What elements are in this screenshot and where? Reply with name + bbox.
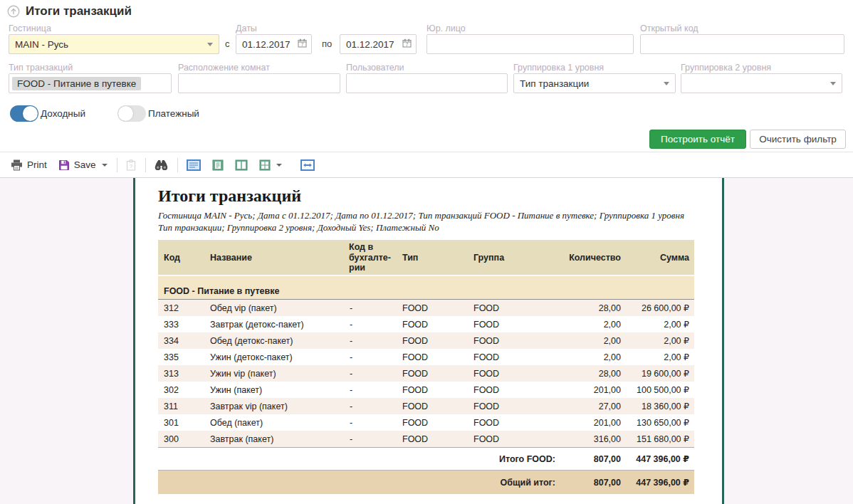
view-single-page-icon [212, 159, 224, 171]
svg-text:?: ? [129, 163, 132, 169]
view-multiple-pages-icon [259, 159, 271, 171]
calendar-icon[interactable]: 7 [402, 38, 412, 50]
grouping2-label: Группировка 2 уровня [681, 63, 771, 73]
legal-entity-input[interactable] [426, 34, 634, 54]
transaction-type-input[interactable]: FOOD - Питание в путевке [9, 73, 172, 93]
report-table-body: 312Обед vip (пакет)-FOODFOOD28,0026 600,… [158, 300, 694, 448]
table-row: 335Ужин (детокс-пакет)-FOODFOOD2,002,00 … [158, 349, 694, 365]
date-to-prefix: по [322, 34, 332, 54]
column-header-sum: Сумма [625, 240, 694, 275]
open-code-input[interactable] [640, 34, 844, 54]
find-button[interactable] [151, 157, 172, 173]
income-toggle[interactable] [10, 105, 38, 122]
date-to-input[interactable]: 01.12.2017 7 [340, 34, 417, 54]
chevron-down-icon [207, 43, 213, 46]
column-header-accounting-code: Код в бухгалте-рии [345, 240, 394, 275]
view-continuous-button[interactable] [183, 157, 204, 173]
collapse-panel-button[interactable] [7, 5, 20, 18]
grouping1-label: Группировка 1 уровня [513, 63, 604, 73]
table-row: 311Завтрак vip (пакет)-FOODFOOD27,0018 3… [158, 398, 694, 414]
view-facing-pages-icon [235, 159, 248, 171]
table-row: 300Завтрак (пакет)-FOODFOOD316,00151 680… [158, 431, 694, 448]
open-code-label: Открытый код [640, 23, 698, 33]
chevron-down-icon [102, 164, 108, 167]
page-width-button[interactable] [297, 157, 318, 173]
payment-toggle[interactable] [117, 105, 146, 122]
clear-filter-button[interactable]: Очистить фильтр [750, 130, 846, 149]
paste-button[interactable]: ? [122, 157, 140, 173]
date-from-prefix: с [225, 34, 230, 54]
group-header-row: FOOD - Питание в путевке [158, 275, 694, 300]
filter-panel: Гостиница MAIN - Русь Даты с 01.12.2017 … [0, 23, 853, 152]
calendar-icon[interactable]: 7 [298, 38, 307, 50]
print-label: Print [27, 159, 47, 170]
date-to-value: 01.12.2017 [346, 39, 394, 50]
column-header-name: Название [206, 240, 345, 275]
payment-toggle-group: Платежный [117, 105, 199, 122]
svg-text:7: 7 [406, 42, 409, 47]
find-icon [155, 159, 168, 171]
grouping2-select[interactable] [681, 73, 842, 93]
subtotal-quantity: 807,00 [561, 448, 625, 471]
page-header: Итоги транзакций [0, 0, 853, 23]
grand-total-quantity: 807,00 [561, 471, 625, 495]
legal-entity-label: Юр. лицо [426, 23, 466, 33]
chevron-down-icon [830, 82, 836, 85]
grand-total-sum: 447 396,00 ₽ [625, 471, 694, 495]
chevron-down-icon [664, 82, 669, 85]
table-row: 312Обед vip (пакет)-FOODFOOD28,0026 600,… [158, 300, 694, 317]
view-facing-pages-button[interactable] [231, 157, 251, 173]
toggle-knob [118, 106, 133, 121]
report-viewer: Итоги транзакций Гостиница MAIN - Русь; … [0, 178, 853, 504]
income-toggle-group: Доходный [10, 105, 85, 122]
income-toggle-label: Доходный [41, 108, 85, 119]
transaction-type-chip[interactable]: FOOD - Питание в путевке [12, 77, 141, 90]
table-header-row: Код Название Код в бухгалте-рии Тип Груп… [158, 240, 694, 275]
table-row: 301Обед (пакет)-FOODFOOD201,00130 650,00… [158, 414, 694, 431]
column-header-group: Группа [469, 240, 561, 275]
report-toolbar: Print Save ? [0, 152, 853, 178]
column-header-type: Тип [394, 240, 469, 275]
toggle-knob [23, 106, 38, 121]
view-multiple-pages-button[interactable] [256, 157, 286, 173]
grand-total-row: Общий итог: 807,00 447 396,00 ₽ [158, 471, 694, 495]
dates-label: Даты [236, 23, 257, 33]
save-icon [58, 159, 70, 171]
group-header-label: FOOD - Питание в путевке [158, 275, 694, 300]
subtotal-label: Итого FOOD: [158, 448, 561, 471]
users-label: Пользователи [346, 63, 404, 73]
payment-toggle-label: Платежный [148, 108, 199, 119]
transaction-type-label: Тип транзакций [9, 63, 73, 73]
users-input[interactable] [346, 73, 508, 93]
room-location-input[interactable] [178, 73, 340, 93]
table-row: 302Ужин (пакет)-FOODFOOD201,00100 500,00… [158, 382, 694, 398]
report-table: Код Название Код в бухгалте-рии Тип Груп… [158, 240, 694, 494]
date-from-input[interactable]: 01.12.2017 7 [236, 34, 312, 54]
toolbar-separator [117, 158, 117, 172]
hotel-label: Гостиница [9, 23, 51, 33]
subtotal-row: Итого FOOD: 807,00 447 396,00 ₽ [158, 448, 694, 471]
grand-total-label: Общий итог: [158, 471, 561, 495]
save-label: Save [74, 159, 96, 170]
transactions-report-app: Итоги транзакций Гостиница MAIN - Русь Д… [0, 0, 853, 504]
report-title: Итоги транзакций [158, 187, 722, 206]
chevron-down-icon [276, 164, 282, 167]
page-width-icon [300, 159, 315, 171]
toolbar-separator [145, 158, 146, 172]
toolbar-separator [177, 158, 178, 172]
page-title: Итоги транзакций [26, 4, 132, 19]
arrow-up-circle-icon [7, 5, 20, 18]
printer-icon [11, 159, 23, 171]
build-report-button[interactable]: Построить отчёт [649, 130, 746, 149]
subtotal-sum: 447 396,00 ₽ [625, 448, 694, 471]
save-button[interactable]: Save [55, 157, 111, 173]
report-page: Итоги транзакций Гостиница MAIN - Русь; … [135, 178, 722, 504]
page-border-right [722, 178, 724, 504]
print-button[interactable]: Print [7, 157, 51, 173]
paste-icon: ? [126, 159, 136, 171]
table-row: 333Завтрак (детокс-пакет)-FOODFOOD2,002,… [158, 316, 694, 332]
column-header-quantity: Количество [561, 240, 625, 275]
grouping1-select[interactable]: Тип транзакции [513, 73, 676, 93]
hotel-select[interactable]: MAIN - Русь [9, 34, 219, 54]
view-single-page-button[interactable] [209, 157, 227, 173]
